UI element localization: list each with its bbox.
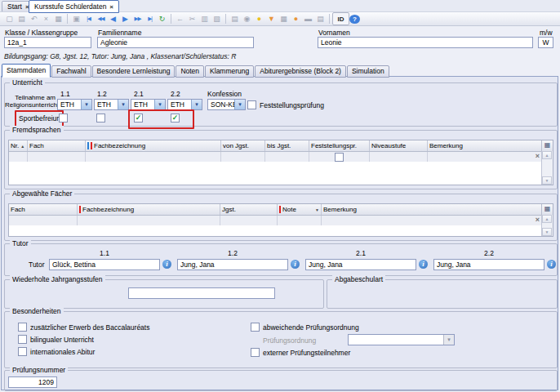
preview-icon[interactable]: ◉ [241, 13, 253, 24]
filter-icon[interactable]: ▼ [265, 13, 278, 24]
report-icon[interactable]: ▬ [302, 13, 314, 24]
sportbefreiung-checkbox-1-1[interactable] [59, 114, 68, 122]
new-record-icon[interactable]: ▢ [3, 13, 16, 24]
info-icon[interactable]: i [162, 260, 171, 269]
tutor-input-1-2[interactable] [177, 259, 288, 270]
column-header-bis-jgst[interactable]: bis Jgst. [265, 140, 309, 151]
close-icon[interactable]: × [109, 3, 113, 11]
bilingualer-unterricht-checkbox[interactable] [18, 335, 27, 344]
scroll-up-icon[interactable]: ▲ [542, 151, 552, 159]
familienname-input[interactable] [97, 37, 254, 48]
delete-row-icon[interactable]: × [536, 216, 540, 225]
abweichende-pruefungsordnung-checkbox[interactable] [251, 323, 260, 332]
refresh-icon[interactable]: ↻ [156, 13, 168, 24]
grid-icon[interactable]: ▦ [278, 13, 290, 24]
feststellungspruefung-checkbox[interactable] [247, 100, 256, 109]
info-icon[interactable]: i [419, 260, 428, 269]
tab-fachwahl[interactable]: Fachwahl [51, 65, 91, 78]
tab-stammdaten[interactable]: Stammdaten [2, 64, 51, 78]
first-record-icon[interactable]: |◀ [82, 13, 95, 24]
undo-icon[interactable]: ↶ [28, 13, 40, 24]
column-header-feststellungspr[interactable]: Feststellungspr. [309, 140, 370, 151]
klasse-input[interactable] [4, 37, 91, 48]
info-icon[interactable]: i [547, 260, 556, 269]
mw-input[interactable] [538, 37, 553, 48]
externer-pruefungsteilnehmer-checkbox[interactable] [251, 348, 260, 357]
column-header-fachbezeichnung[interactable]: Fachbezeichnung [78, 204, 220, 215]
baccalaureat-checkbox[interactable] [18, 323, 27, 332]
fast-back-icon[interactable]: ◀◀ [95, 13, 107, 24]
table-settings-icon[interactable]: ▦ [541, 140, 553, 151]
chevron-down-icon[interactable]: ▾ [81, 100, 91, 109]
row-feststellungspr-checkbox[interactable] [335, 153, 344, 162]
bilingualer-unterricht-label: bilingualer Unterricht [30, 336, 94, 344]
copy-icon[interactable]: ▥ [198, 13, 211, 24]
tab-kursstufe-schuelerdaten[interactable]: Kursstufe Schülerdaten × [29, 0, 119, 13]
sort-desc-icon: ▼ [315, 207, 319, 212]
scroll-down-icon[interactable]: ▼ [542, 228, 552, 236]
hint-icon[interactable]: ● [253, 13, 265, 24]
fremdsprachen-scrollbar[interactable]: ▲ ▼ [541, 151, 553, 185]
religion-select-2-2[interactable]: ETH ▾ [167, 99, 202, 110]
print-a-icon[interactable]: ▤ [314, 13, 327, 24]
fast-forward-icon[interactable]: ▶▶ [131, 13, 144, 24]
id-button[interactable]: ID [332, 12, 349, 25]
pruefungsordnung-select[interactable]: ▾ [348, 334, 455, 345]
info-icon[interactable]: i [291, 260, 300, 269]
tab-noten[interactable]: Noten [176, 65, 204, 78]
cut-icon[interactable]: ✂ [186, 13, 198, 24]
back-icon[interactable]: ← [174, 13, 186, 24]
tab-klammerung[interactable]: Klammerung [205, 65, 254, 78]
religion-select-1-1[interactable]: ETH ▾ [57, 99, 92, 110]
sportbefreiung-checkbox-1-2[interactable] [96, 114, 105, 122]
pruefungsnummer-input[interactable] [8, 376, 57, 388]
chevron-down-icon[interactable]: ▾ [154, 100, 165, 109]
column-header-niveaustufe[interactable]: Niveaustufe [370, 140, 428, 151]
next-record-icon[interactable]: ▶ [119, 13, 131, 24]
save-icon[interactable]: ▤ [16, 13, 28, 24]
delete-row-icon[interactable]: × [536, 152, 540, 161]
column-header-note[interactable]: Note▼ [278, 204, 322, 215]
wiederholte-input[interactable] [128, 287, 275, 299]
column-header-fach[interactable]: Fach [28, 140, 86, 151]
help-icon[interactable]: ? [349, 15, 360, 24]
religion-select-1-2[interactable]: ETH ▾ [94, 99, 129, 110]
scroll-down-icon[interactable]: ▼ [542, 176, 552, 185]
religion-select-2-1[interactable]: ETH ▾ [131, 99, 166, 110]
tab-besondere-lernleistung[interactable]: Besondere Lernleistung [92, 65, 176, 78]
tutor-title: Tutor [10, 239, 31, 248]
edit-form-icon[interactable]: ▦ [52, 13, 64, 24]
last-record-icon[interactable]: ▶| [144, 13, 156, 24]
table-settings-icon[interactable]: ▦ [541, 204, 553, 215]
previous-record-icon[interactable]: ◀ [107, 13, 119, 24]
internationales-abitur-checkbox[interactable] [18, 347, 27, 356]
column-header-bemerkung[interactable]: Bemerkung [428, 140, 534, 151]
tutor-input-2-2[interactable] [433, 259, 544, 270]
column-header-von-jgst[interactable]: von Jgst. [221, 140, 265, 151]
column-header-fach[interactable]: Fach [9, 204, 78, 215]
sportbefreiung-highlight-box: Sportbefreiung [15, 110, 64, 127]
tab-simulation[interactable]: Simulation [347, 65, 389, 78]
clock-icon[interactable]: ● [290, 13, 302, 24]
scroll-up-icon[interactable]: ▲ [542, 215, 552, 223]
column-header-nr[interactable]: Nr.▲ [9, 140, 28, 151]
chevron-down-icon[interactable]: ▾ [191, 100, 202, 109]
vornamen-label: Vornamen [318, 29, 350, 37]
delete-record-icon[interactable]: × [40, 13, 52, 24]
chevron-down-icon[interactable]: ▾ [234, 100, 245, 109]
abgewaehlte-scrollbar[interactable]: ▲ ▼ [541, 215, 553, 236]
tutor-input-2-1[interactable] [305, 259, 416, 270]
print-icon[interactable]: ▤ [229, 13, 241, 24]
konfession-select[interactable]: SON-KEI ▾ [207, 99, 246, 110]
chevron-down-icon[interactable]: ▾ [118, 100, 128, 109]
tutor-input-1-1[interactable] [49, 259, 160, 270]
paste-icon[interactable]: ▧ [211, 13, 223, 24]
column-header-jgst[interactable]: Jgst. [220, 204, 278, 215]
folder-icon[interactable]: ▣ [70, 13, 82, 24]
column-header-bemerkung[interactable]: Bemerkung [322, 204, 534, 215]
tab-start-label: Start [7, 2, 22, 11]
chevron-down-icon: ▾ [443, 335, 454, 345]
tab-abiturergebnisse[interactable]: Abiturergebnisse (Block 2) [255, 65, 346, 78]
column-header-fachbezeichnung[interactable]: Fachbezeichnung [86, 140, 221, 151]
vornamen-input[interactable] [318, 37, 533, 48]
